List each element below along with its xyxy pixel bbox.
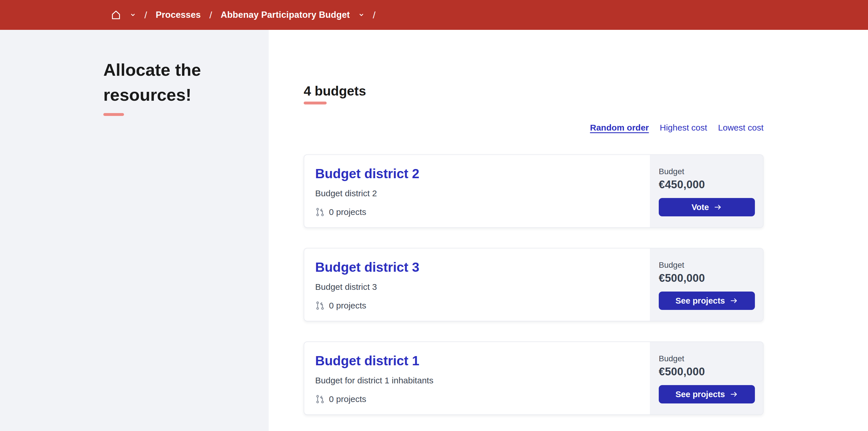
budget-card: Budget district 3 Budget district 3 0 pr… [304, 248, 764, 321]
budget-description: Budget for district 1 inhabitants [315, 376, 639, 386]
main-content: 4 budgets Random order Highest cost Lowe… [269, 30, 868, 431]
vote-button[interactable]: Vote [659, 198, 755, 216]
budget-title-link[interactable]: Budget district 3 [315, 260, 639, 275]
page-title: Allocate the resources! [103, 57, 236, 107]
see-projects-button-label: See projects [675, 390, 725, 399]
projects-count-label: 0 projects [329, 207, 366, 217]
see-projects-button[interactable]: See projects [659, 385, 755, 403]
projects-count: 0 projects [315, 207, 639, 217]
budgets-count-heading: 4 budgets [304, 83, 764, 99]
sort-lowest-cost-link[interactable]: Lowest cost [718, 123, 764, 132]
breadcrumb: / Processes / Abbenay Participatory Budg… [0, 0, 868, 30]
projects-icon [315, 394, 325, 404]
arrow-right-icon [714, 203, 722, 212]
budget-card-body: Budget district 2 Budget district 2 0 pr… [304, 155, 650, 227]
budget-title-link[interactable]: Budget district 1 [315, 353, 639, 368]
budget-info-panel: Budget €500,000 See projects [650, 248, 763, 321]
budget-card-body: Budget district 1 Budget for district 1 … [304, 342, 650, 414]
projects-count: 0 projects [315, 394, 639, 404]
sort-options: Random order Highest cost Lowest cost [304, 123, 764, 132]
vote-button-label: Vote [691, 203, 709, 212]
projects-icon [315, 301, 325, 310]
home-icon[interactable] [111, 9, 121, 20]
title-accent-bar [103, 113, 124, 116]
budget-card-body: Budget district 3 Budget district 3 0 pr… [304, 248, 650, 321]
breadcrumb-separator: / [144, 9, 147, 21]
budget-amount: €500,000 [659, 366, 755, 378]
budget-amount: €500,000 [659, 272, 755, 284]
budget-label: Budget [659, 354, 755, 363]
budget-label: Budget [659, 167, 755, 176]
budget-title-link[interactable]: Budget district 2 [315, 166, 639, 181]
budget-description: Budget district 2 [315, 188, 639, 198]
projects-count-label: 0 projects [329, 394, 366, 404]
see-projects-button-label: See projects [675, 296, 725, 306]
chevron-down-icon[interactable] [359, 12, 364, 18]
chevron-down-icon[interactable] [130, 12, 136, 18]
budget-card-list: Budget district 2 Budget district 2 0 pr… [304, 154, 764, 415]
budget-amount: €450,000 [659, 179, 755, 191]
budget-card: Budget district 1 Budget for district 1 … [304, 341, 764, 415]
budget-label: Budget [659, 260, 755, 270]
budget-info-panel: Budget €450,000 Vote [650, 155, 763, 227]
arrow-right-icon [730, 390, 738, 399]
sort-random-order-link[interactable]: Random order [590, 123, 649, 132]
breadcrumb-item-processes[interactable]: Processes [156, 10, 200, 20]
breadcrumb-separator: / [373, 9, 375, 21]
see-projects-button[interactable]: See projects [659, 291, 755, 310]
budget-info-panel: Budget €500,000 See projects [650, 342, 763, 414]
budget-card: Budget district 2 Budget district 2 0 pr… [304, 154, 764, 228]
heading-accent-bar [304, 101, 327, 104]
budget-description: Budget district 3 [315, 282, 639, 292]
arrow-right-icon [730, 297, 738, 305]
breadcrumb-item-process[interactable]: Abbenay Participatory Budget [221, 10, 350, 20]
projects-count-label: 0 projects [329, 301, 366, 310]
sidebar: Allocate the resources! [0, 30, 269, 431]
breadcrumb-separator: / [209, 9, 212, 21]
projects-count: 0 projects [315, 301, 639, 310]
sort-highest-cost-link[interactable]: Highest cost [660, 123, 707, 132]
projects-icon [315, 207, 325, 217]
